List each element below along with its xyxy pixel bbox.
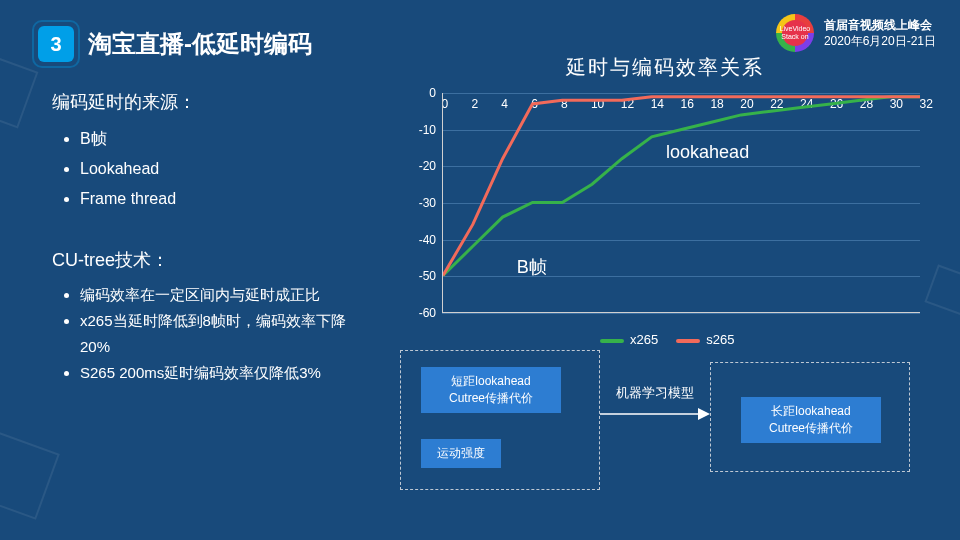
list-item: Frame thread bbox=[80, 184, 352, 214]
diagram-box-short-lookahead: 短距lookahead Cutree传播代价 bbox=[421, 367, 561, 413]
event-logo-icon: LiveVideo Stack on bbox=[776, 14, 814, 52]
svg-marker-1 bbox=[698, 408, 710, 420]
section1-list: B帧 Lookahead Frame thread bbox=[52, 124, 352, 214]
arrow-icon bbox=[600, 404, 710, 424]
event-date: 2020年6月20日-21日 bbox=[824, 33, 936, 49]
list-item: S265 200ms延时编码效率仅降低3% bbox=[80, 360, 352, 386]
chart-series-x265 bbox=[443, 97, 920, 276]
event-name: 首届音视频线上峰会 bbox=[824, 17, 936, 33]
chart-y-tick: -10 bbox=[400, 123, 442, 137]
section1-heading: 编码延时的来源： bbox=[52, 90, 352, 114]
chart-annotation-lookahead: lookahead bbox=[666, 142, 749, 163]
list-item: Lookahead bbox=[80, 154, 352, 184]
chart-title: 延时与编码效率关系 bbox=[400, 54, 930, 81]
event-meta: LiveVideo Stack on 首届音视频线上峰会 2020年6月20日-… bbox=[776, 14, 936, 52]
diagram-box-long-lookahead: 长距lookahead Cutree传播代价 bbox=[741, 397, 881, 443]
chart-y-tick: -30 bbox=[400, 196, 442, 210]
chart-y-tick: -60 bbox=[400, 306, 442, 320]
section-number-badge: 3 bbox=[38, 26, 74, 62]
latency-efficiency-chart: 0-10-20-30-40-50-60 02468101214161820222… bbox=[400, 87, 930, 345]
chart-y-tick: -20 bbox=[400, 159, 442, 173]
list-item: x265当延时降低到8帧时，编码效率下降20% bbox=[80, 308, 352, 360]
ml-diagram: 短距lookahead Cutree传播代价 运动强度 机器学习模型 长距loo… bbox=[400, 350, 930, 500]
list-item: B帧 bbox=[80, 124, 352, 154]
list-item: 编码效率在一定区间内与延时成正比 bbox=[80, 282, 352, 308]
chart-y-tick: -40 bbox=[400, 233, 442, 247]
chart-y-tick: 0 bbox=[400, 86, 442, 100]
chart-annotation-bframe: B帧 bbox=[517, 255, 547, 279]
diagram-output-group: 长距lookahead Cutree传播代价 bbox=[710, 362, 910, 472]
chart-series-s265 bbox=[443, 97, 920, 276]
page-title: 淘宝直播-低延时编码 bbox=[88, 28, 312, 60]
section2-list: 编码效率在一定区间内与延时成正比 x265当延时降低到8帧时，编码效率下降20%… bbox=[52, 282, 352, 386]
chart-legend: x265 s265 bbox=[600, 332, 734, 347]
diagram-box-motion: 运动强度 bbox=[421, 439, 501, 468]
legend-s265: s265 bbox=[706, 332, 734, 347]
chart-y-tick: -50 bbox=[400, 269, 442, 283]
section2-heading: CU-tree技术： bbox=[52, 248, 352, 272]
legend-x265: x265 bbox=[630, 332, 658, 347]
diagram-input-group: 短距lookahead Cutree传播代价 运动强度 bbox=[400, 350, 600, 490]
diagram-arrow-label: 机器学习模型 bbox=[616, 384, 694, 402]
